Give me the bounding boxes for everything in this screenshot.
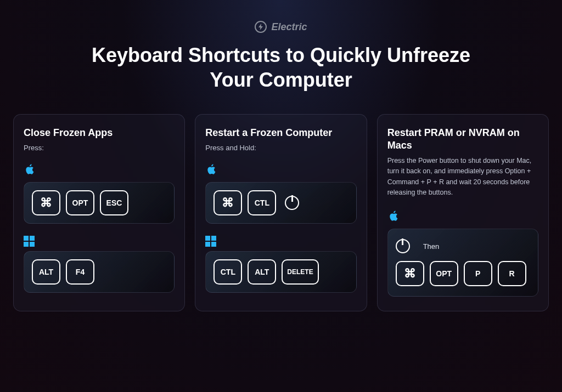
card-title: Restart a Frozen Computer [205,127,356,139]
key-alt: ALT [248,259,276,285]
card-restart-computer: Restart a Frozen Computer Press and Hold… [195,114,367,311]
power-icon [285,196,299,210]
key-command: ⌘ [32,190,60,215]
key-row-mac: ⌘ OPT ESC [24,182,175,224]
apple-icon [387,210,398,224]
svg-rect-5 [211,236,216,241]
page-title: Keyboard Shortcuts to Quickly Unfreeze Y… [89,43,473,92]
then-label: Then [423,242,440,251]
svg-rect-3 [30,242,35,247]
key-delete: DELETE [282,259,318,285]
svg-rect-7 [211,242,216,247]
apple-icon [24,163,35,178]
card-instruction: Press: [24,143,175,154]
svg-rect-6 [205,242,210,247]
card-close-frozen-apps: Close Frozen Apps Press: ⌘ OPT ESC ALT F… [13,114,185,311]
card-title: Close Frozen Apps [24,127,175,139]
card-description: Press the Power button to shut down your… [387,156,538,198]
windows-icon [205,236,216,247]
card-instruction: Press and Hold: [205,143,356,154]
card-title: Restart PRAM or NVRAM on Macs [387,127,538,152]
key-alt: ALT [32,259,60,285]
key-row-windows: CTL ALT DELETE [205,251,356,293]
key-control: CTL [248,190,276,215]
key-option: OPT [66,190,94,215]
key-r: R [498,261,526,286]
power-icon [396,239,410,253]
key-f4: F4 [66,259,94,285]
key-command: ⌘ [396,261,424,286]
key-escape: ESC [100,190,128,215]
key-p: P [464,261,492,286]
card-restart-pram: Restart PRAM or NVRAM on Macs Press the … [377,114,549,311]
key-row-mac-combo: Then ⌘ OPT P R [387,229,538,297]
svg-rect-4 [205,236,210,241]
key-row-mac: ⌘ CTL [205,182,356,224]
svg-rect-0 [24,236,29,241]
key-row-windows: ALT F4 [24,251,175,293]
windows-icon [24,236,35,247]
key-option: OPT [430,261,458,286]
electric-bolt-icon [255,21,267,33]
cards-row: Close Frozen Apps Press: ⌘ OPT ESC ALT F… [13,114,549,311]
brand-logo: Electric [255,21,307,33]
key-control: CTL [213,259,242,285]
key-command: ⌘ [213,190,242,215]
brand-name: Electric [271,21,307,33]
svg-rect-1 [30,236,35,241]
apple-icon [205,163,216,178]
svg-rect-2 [24,242,29,247]
